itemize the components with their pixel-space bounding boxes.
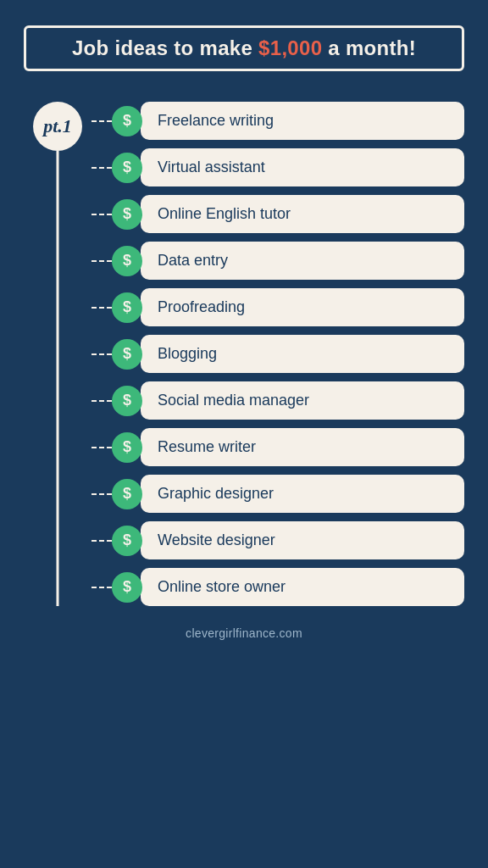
connector: $ [92, 292, 132, 323]
item-label-box: Resume writer [141, 428, 464, 466]
dashed-line [92, 120, 112, 122]
item-label: Graphic designer [158, 485, 274, 502]
list-item: $ Graphic designer [92, 475, 464, 513]
dollar-icon: $ [112, 432, 142, 463]
item-label-box: Freelance writing [141, 102, 464, 140]
item-label: Social media manager [158, 392, 309, 409]
header-box: Job ideas to make $1,000 a month! [24, 25, 464, 71]
item-label: Virtual assistant [158, 159, 265, 175]
dashed-line [92, 167, 112, 169]
item-label: Online English tutor [158, 205, 291, 222]
dashed-line [92, 353, 112, 355]
items-column: $ Freelance writing $ Virtual assistant … [92, 95, 464, 606]
connector: $ [92, 246, 132, 276]
dollar-icon: $ [112, 339, 142, 370]
dashed-line [92, 307, 112, 309]
list-item: $ Online store owner [92, 568, 464, 606]
vertical-line [57, 151, 59, 606]
list-item: $ Website designer [92, 521, 464, 559]
dollar-icon: $ [112, 526, 142, 556]
item-label-box: Blogging [141, 335, 464, 373]
list-item: $ Virtual assistant [92, 148, 464, 186]
footer: clevergirlfinance.com [186, 626, 302, 640]
dashed-line [92, 260, 112, 262]
item-label: Data entry [158, 252, 228, 269]
connector: $ [92, 199, 132, 230]
list-item: $ Freelance writing [92, 102, 464, 140]
header-title: Job ideas to make $1,000 a month! [43, 36, 445, 60]
list-item: $ Resume writer [92, 428, 464, 466]
dashed-line [92, 214, 112, 215]
connector: $ [92, 479, 132, 509]
item-label-box: Website designer [141, 521, 464, 559]
dollar-icon: $ [112, 479, 142, 509]
item-label: Resume writer [158, 438, 256, 455]
header-highlight: $1,000 [258, 36, 322, 59]
connector: $ [92, 153, 132, 183]
list-item: $ Blogging [92, 335, 464, 373]
item-label: Proofreading [158, 298, 245, 315]
item-label: Online store owner [158, 578, 286, 595]
list-item: $ Social media manager [92, 381, 464, 420]
dashed-line [92, 400, 112, 402]
list-item: $ Data entry [92, 242, 464, 280]
item-label: Freelance writing [158, 112, 274, 129]
item-label-box: Social media manager [141, 381, 464, 420]
dollar-icon: $ [112, 153, 142, 183]
list-item: $ Online English tutor [92, 195, 464, 233]
dollar-icon: $ [112, 246, 142, 276]
part-badge: pt.1 [33, 102, 82, 151]
connector: $ [92, 339, 132, 370]
left-column: pt.1 [24, 95, 92, 606]
dollar-icon: $ [112, 106, 142, 136]
connector: $ [92, 526, 132, 556]
connector: $ [92, 432, 132, 463]
dashed-line [92, 493, 112, 495]
dollar-icon: $ [112, 199, 142, 230]
item-label: Blogging [158, 345, 217, 362]
connector: $ [92, 572, 132, 603]
dashed-line [92, 447, 112, 448]
dollar-icon: $ [112, 292, 142, 323]
item-label-box: Online English tutor [141, 195, 464, 233]
item-label-box: Data entry [141, 242, 464, 280]
connector: $ [92, 106, 132, 136]
list-item: $ Proofreading [92, 288, 464, 326]
main-content: pt.1 $ Freelance writing $ Virtual assis… [24, 95, 464, 606]
item-label-box: Proofreading [141, 288, 464, 326]
item-label-box: Online store owner [141, 568, 464, 606]
connector: $ [92, 386, 132, 416]
item-label: Website designer [158, 531, 275, 548]
item-label-box: Virtual assistant [141, 148, 464, 186]
dashed-line [92, 540, 112, 542]
item-label-box: Graphic designer [141, 475, 464, 513]
dollar-icon: $ [112, 386, 142, 416]
dashed-line [92, 587, 112, 588]
dollar-icon: $ [112, 572, 142, 603]
footer-website: clevergirlfinance.com [186, 626, 302, 640]
